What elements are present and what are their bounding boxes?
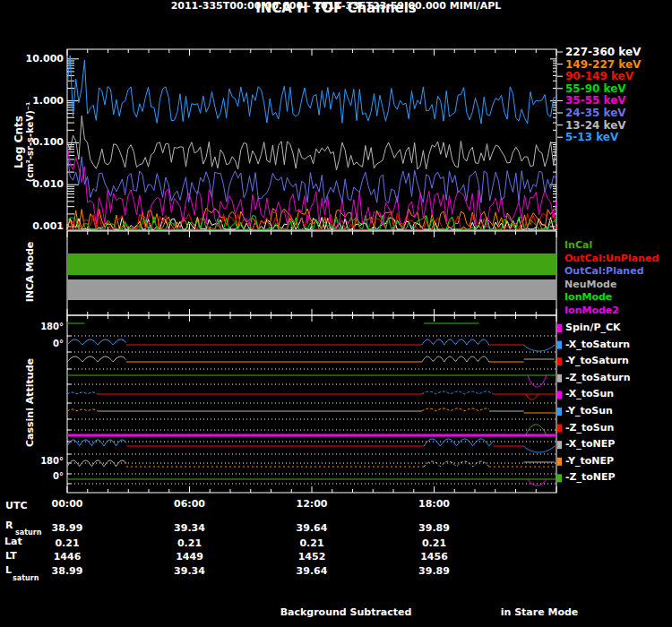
plot-page: INCA H TOF Channels 2011-335T00:00:00.00… [0,0,672,627]
mode-legend-item: OutCal:UnPlaned [564,253,659,264]
stare-mode-caption: in Stare Mode [477,606,602,618]
ephemeris-value: 0.21 [289,537,334,549]
attitude-row-tick [557,324,562,332]
attitude-row-label: -X_toSun [565,388,614,399]
lt-row-label: LT [5,550,17,562]
trace-13-24-keV [67,116,556,170]
ephemeris-value: 39.89 [412,522,457,534]
mode-legend-item: OutCal:Planed [564,265,644,277]
energy-legend-item: 24-35 keV [565,107,626,119]
mode-legend-item: InCal [564,239,592,251]
mode-legend-item: IonMode [564,291,612,303]
attitude-row-label: -Y_toSun [565,405,613,417]
ephemeris-value: 39.64 [289,522,334,534]
attitude-row-tick [557,391,562,399]
ephemeris-value: 0.21 [412,537,457,549]
inca-mode-axis-label: INCA Mode [24,219,36,326]
utc-tick-label: 12:00 [292,498,332,510]
mode-band [67,279,556,300]
deg-tick-label: 180° [33,322,64,331]
attitude-row-tick [557,408,562,416]
mode-legend-item: IonMode2 [564,305,619,316]
subtitle: 2011-335T00:00:00.000 - 2011-335T23:59:0… [0,0,672,12]
ytick-label: 0.100 [24,136,64,148]
deg-tick-label: 180° [33,456,64,466]
attitude-row-tick [557,425,562,433]
energy-legend-item: 90-149 keV [565,70,633,82]
ephemeris-value: 39.89 [412,565,457,577]
attitude-row-tick [557,357,562,365]
energy-legend-item: 5-13 keV [565,131,618,143]
energy-legend-item: 149-227 keV [565,58,641,71]
attitude-row-label: -Z_toSaturn [565,372,631,383]
ephemeris-value: 1449 [168,551,212,563]
ytick-label: 0.001 [24,220,64,232]
l-saturn-row-label: L [5,564,12,576]
attitude-row-label: -X_toNEP [565,438,615,450]
attitude-row-label: -Z_toNEP [565,471,616,483]
ephemeris-value: 39.34 [168,565,212,577]
energy-legend-item: 35-55 keV [565,94,626,107]
energy-legend-item: 227-360 keV [565,46,641,58]
attitude-row-label: -Y_toNEP [565,455,614,467]
ylabel-line1: Log Cnts [13,71,25,214]
deg-tick-label: 0° [33,471,64,481]
energy-legend-item: 55-90 keV [565,82,626,95]
utc-tick-label: 00:00 [47,498,87,510]
utc-tick-label: 18:00 [415,498,454,510]
r-saturn-row-label: R [5,520,13,531]
attitude-row-tick [557,458,562,466]
attitude-row-label: -Z_toSun [565,422,614,434]
energy-legend-item: 13-24 keV [565,119,626,132]
ytick-label: 0.010 [24,178,64,190]
background-subtracted-caption: Background Subtracted [256,606,435,618]
attitude-row-label: Spin/P_CK [565,322,621,333]
attitude-row-tick [557,474,562,482]
lat-row-label: Lat [4,536,22,547]
ephemeris-value: 1452 [289,551,334,563]
ephemeris-value: 38.99 [45,565,90,577]
l-saturn-subscript: saturn [13,574,39,582]
mode-band [67,253,556,275]
ephemeris-value: 0.21 [168,537,212,549]
utc-tick-label: 06:00 [170,498,210,510]
utc-row-label: UTC [5,500,28,511]
trace-5-13-keV [67,56,556,124]
attitude-row-tick [557,441,562,449]
attitude-row-label: -Y_toSaturn [565,355,629,366]
ephemeris-value: 39.64 [289,565,334,577]
ephemeris-value: 39.34 [168,522,212,534]
ephemeris-value: 0.21 [45,537,90,549]
mode-legend-item: NeuMode [564,279,616,290]
ephemeris-value: 38.99 [45,522,90,534]
ephemeris-value: 1456 [412,551,457,563]
ytick-label: 1.000 [24,95,64,107]
cassini-attitude-axis-label: Cassini Attitude [24,336,36,470]
ytick-label: 10.000 [24,53,64,64]
attitude-row-tick [557,374,562,382]
ephemeris-value: 1446 [45,551,90,563]
deg-tick-label: 0° [33,339,64,348]
attitude-row-label: -X_toSaturn [565,339,630,350]
attitude-row-tick [557,341,562,349]
